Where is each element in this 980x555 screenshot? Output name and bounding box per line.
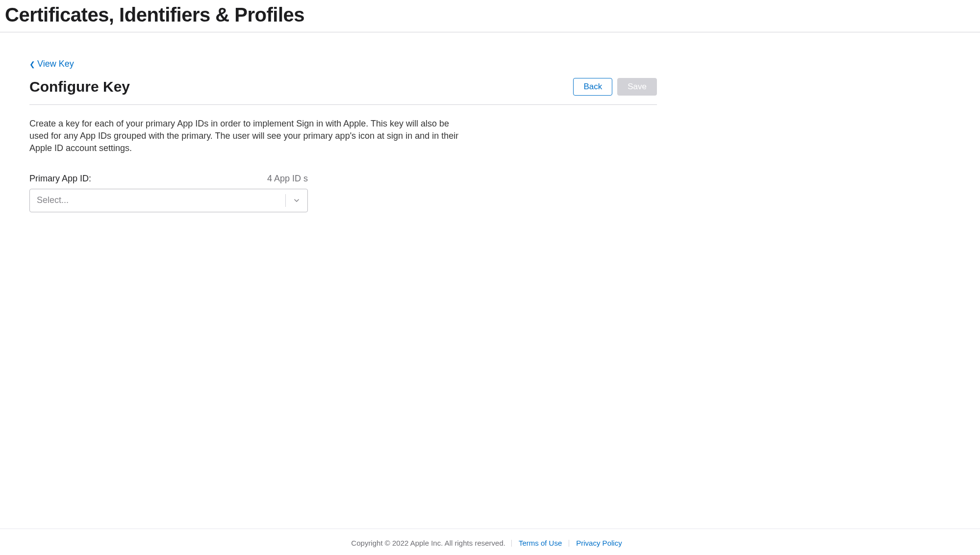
terms-of-use-link[interactable]: Terms of Use xyxy=(512,539,569,547)
section-description: Create a key for each of your primary Ap… xyxy=(29,105,471,155)
save-button[interactable]: Save xyxy=(617,78,657,96)
section-actions: Back Save xyxy=(573,78,657,96)
breadcrumb-back-link[interactable]: ❮ View Key xyxy=(29,59,74,69)
form-row-header: Primary App ID: 4 App ID s xyxy=(29,174,308,189)
privacy-policy-link[interactable]: Privacy Policy xyxy=(569,539,628,547)
form-section: Primary App ID: 4 App ID s Select... xyxy=(29,155,657,212)
breadcrumb: ❮ View Key xyxy=(29,32,657,78)
page-header: Certificates, Identifiers & Profiles xyxy=(0,0,980,32)
app-id-count: 4 App ID s xyxy=(267,174,308,184)
footer: Copyright © 2022 Apple Inc. All rights r… xyxy=(0,529,980,555)
back-button[interactable]: Back xyxy=(573,78,612,96)
page-title: Certificates, Identifiers & Profiles xyxy=(5,4,975,26)
section-title: Configure Key xyxy=(29,78,130,95)
select-placeholder: Select... xyxy=(37,195,285,205)
primary-app-id-select[interactable]: Select... xyxy=(29,189,308,212)
footer-copyright: Copyright © 2022 Apple Inc. All rights r… xyxy=(351,539,505,547)
chevron-down-icon xyxy=(293,197,301,204)
select-divider xyxy=(285,194,286,207)
section-header: Configure Key Back Save xyxy=(29,78,657,105)
content-wrap: ❮ View Key Configure Key Back Save Creat… xyxy=(0,32,686,529)
primary-app-id-label: Primary App ID: xyxy=(29,174,91,184)
breadcrumb-label: View Key xyxy=(37,59,74,69)
chevron-left-icon: ❮ xyxy=(29,60,35,68)
